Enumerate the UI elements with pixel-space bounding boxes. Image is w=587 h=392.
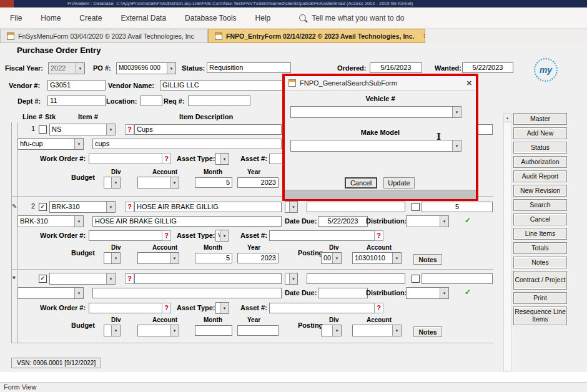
stk-checkbox[interactable]: ✓	[39, 275, 47, 283]
chevron-down-icon[interactable]: ▼	[289, 273, 297, 284]
budget-div-combo[interactable]: ▼	[104, 325, 121, 336]
add-new-button[interactable]: Add New	[513, 127, 567, 139]
work-order-lookup-button[interactable]: ?	[162, 230, 171, 241]
stk-checkbox[interactable]: ✓	[39, 203, 47, 211]
date-due-field[interactable]	[318, 288, 368, 298]
item-alias-combo[interactable]: ▼	[17, 287, 84, 299]
chevron-down-icon[interactable]: ▼	[106, 273, 115, 284]
authorization-button[interactable]: Authorization	[513, 156, 567, 168]
item-alias-combo[interactable]: BRK-310 ▼	[17, 215, 84, 227]
chevron-down-icon[interactable]: ▼	[111, 325, 120, 336]
fiscal-year-combo[interactable]: 2022 ▼	[48, 62, 85, 74]
asset-number-field[interactable]	[269, 303, 376, 313]
chevron-down-icon[interactable]: ▼	[74, 288, 83, 298]
scroll-up-arrow-icon[interactable]: ▲	[504, 114, 511, 122]
dialog-close-icon[interactable]: ✕	[466, 79, 472, 87]
date-due-field[interactable]: 5/22/2023	[318, 216, 368, 227]
quantity-field[interactable]	[307, 273, 405, 284]
work-order-lookup-button[interactable]: ?	[162, 303, 171, 313]
dialog-update-button[interactable]: Update	[383, 177, 415, 189]
chevron-down-icon[interactable]: ▼	[167, 63, 175, 74]
distribution-combo[interactable]: ▼	[406, 215, 449, 227]
item-number-combo[interactable]: ▼	[49, 273, 116, 285]
price-field[interactable]	[422, 273, 493, 284]
master-button[interactable]: Master	[513, 113, 567, 125]
chevron-down-icon[interactable]: ▼	[220, 154, 229, 164]
distribution-combo[interactable]: ▼	[406, 287, 449, 299]
contract-project-button[interactable]: Contract / Project	[513, 271, 567, 290]
chevron-down-icon[interactable]: ▼	[170, 177, 179, 188]
chevron-down-icon[interactable]: ▼	[332, 253, 341, 263]
item-alias-description-field[interactable]: cups	[92, 139, 282, 149]
item-number-combo[interactable]: NS ▼	[49, 124, 116, 135]
asset-type-combo[interactable]: ▼	[215, 302, 229, 314]
status-button[interactable]: Status	[513, 142, 567, 154]
item-lookup-button[interactable]: ?	[125, 202, 134, 212]
stk-checkbox[interactable]	[39, 125, 47, 134]
uom-combo[interactable]: ▼	[285, 273, 298, 285]
vendor-name-field[interactable]: GILLIG LLC	[160, 80, 290, 91]
budget-year-field[interactable]	[237, 325, 279, 336]
cancel-button[interactable]: Cancel	[513, 213, 567, 225]
budget-year-field[interactable]: 2023	[237, 177, 279, 188]
line-number-field[interactable]: 1	[19, 125, 35, 132]
item-description-field[interactable]: HOSE AIR BRAKE GILLIG	[134, 202, 282, 212]
chevron-down-icon[interactable]: ▼	[111, 253, 120, 263]
ribbon-tab-database-tools[interactable]: Database Tools	[185, 14, 237, 22]
ribbon-tab-home[interactable]: Home	[41, 14, 61, 22]
po-number-combo[interactable]: M0039696 000 ▼	[116, 62, 176, 74]
ribbon-tab-help[interactable]: Help	[255, 14, 271, 22]
req-number-field[interactable]	[188, 96, 250, 106]
uom-combo[interactable]: ▼	[285, 201, 298, 213]
chevron-down-icon[interactable]: ▼	[289, 202, 297, 212]
price-field[interactable]: 5	[422, 202, 493, 212]
item-number-combo[interactable]: BRK-310 ▼	[49, 201, 116, 213]
tab-close-icon[interactable]: ✕	[423, 32, 425, 39]
chevron-down-icon[interactable]: ▼	[392, 253, 401, 263]
chevron-down-icon[interactable]: ▼	[106, 124, 115, 135]
budget-div-combo[interactable]: ▼	[104, 252, 121, 264]
vehicle-number-combo[interactable]: ▼	[290, 106, 461, 118]
chevron-down-icon[interactable]: ▼	[220, 230, 229, 241]
budget-div-combo[interactable]: ▼	[104, 177, 121, 189]
asset-type-combo[interactable]: ▼	[215, 153, 229, 165]
chevron-down-icon[interactable]: ▼	[440, 216, 448, 227]
line-number-field[interactable]: 2	[19, 202, 35, 210]
asset-lookup-button[interactable]: ?	[374, 230, 383, 241]
budget-account-combo[interactable]: ▼	[137, 325, 179, 336]
item-alias-description-field[interactable]: HOSE AIR BRAKE GILLIG	[92, 216, 282, 227]
resequence-line-items-button[interactable]: Resequence Line Items	[513, 306, 567, 325]
flag-checkbox[interactable]	[412, 275, 420, 283]
print-button[interactable]: Print	[513, 292, 567, 304]
work-order-field[interactable]	[89, 230, 164, 241]
tell-me-search[interactable]: Tell me what you want to do	[299, 14, 404, 22]
chevron-down-icon[interactable]: ▼	[452, 140, 461, 151]
chevron-down-icon[interactable]: ▼	[170, 253, 179, 263]
item-lookup-button[interactable]: ?	[125, 273, 134, 284]
asset-number-field[interactable]	[269, 230, 376, 241]
item-alias-description-field[interactable]	[92, 288, 282, 298]
posting-div-combo[interactable]: 00 ▼	[321, 252, 342, 264]
chevron-down-icon[interactable]: ▼	[440, 288, 448, 298]
chevron-down-icon[interactable]: ▼	[220, 303, 229, 313]
chevron-down-icon[interactable]: ▼	[452, 107, 461, 117]
dialog-bottom-scroll-strip[interactable]	[285, 190, 476, 199]
tab-fnsysmenuform[interactable]: FnSysMenuForm 03/04/2020 © 2023 Avail Te…	[0, 29, 208, 43]
work-order-field[interactable]	[89, 154, 164, 164]
budget-year-field[interactable]: 2023	[237, 253, 279, 263]
status-field[interactable]: Requisition	[207, 62, 291, 73]
dialog-cancel-button[interactable]: Cancel	[345, 177, 377, 189]
chevron-down-icon[interactable]: ▼	[74, 139, 83, 149]
tab-fnpo-entryform[interactable]: FNPO_EntryForm 02/14/2022 © 2023 Avail T…	[208, 29, 425, 43]
budget-account-combo[interactable]: ▼	[137, 252, 179, 264]
ordered-date-field[interactable]: 5/16/2023	[370, 62, 422, 73]
chevron-down-icon[interactable]: ▼	[332, 325, 341, 336]
dialog-titlebar[interactable]: FNPO_GeneralSearchSubForm ✕	[285, 76, 476, 91]
chevron-down-icon[interactable]: ▼	[111, 177, 120, 188]
location-field[interactable]	[141, 96, 162, 106]
asset-lookup-button[interactable]: ?	[374, 303, 383, 313]
ribbon-tab-create[interactable]: Create	[79, 14, 102, 22]
work-order-field[interactable]	[89, 303, 164, 313]
item-description-field[interactable]: Cups	[134, 124, 282, 135]
chevron-down-icon[interactable]: ▼	[106, 202, 115, 212]
